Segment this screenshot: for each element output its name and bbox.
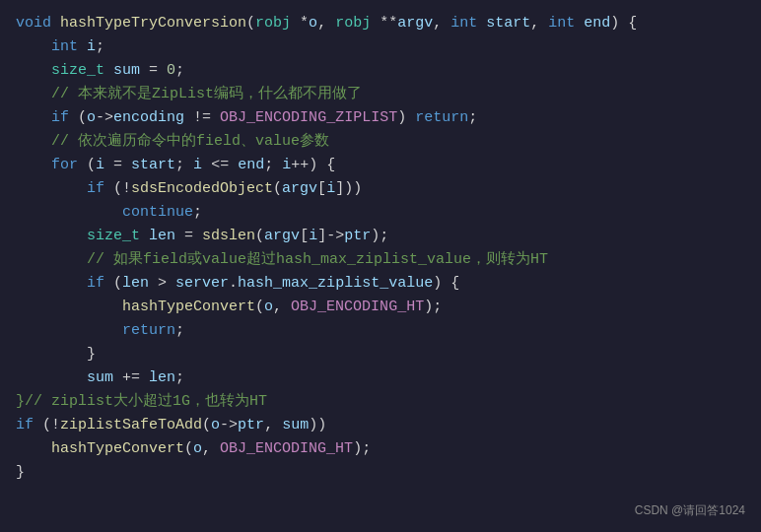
code-line: }// ziplist大小超过1G，也转为HT xyxy=(16,390,745,414)
code-line: hashTypeConvert(o, OBJ_ENCODING_HT); xyxy=(16,437,745,461)
watermark: CSDN @请回答1024 xyxy=(635,501,745,520)
code-line: } xyxy=(16,343,745,366)
code-line: // 依次遍历命令中的field、value参数 xyxy=(16,130,745,154)
code-line: continue; xyxy=(16,201,745,225)
code-line: // 如果field或value超过hash_max_ziplist_value… xyxy=(16,248,745,272)
code-line: // 本来就不是ZipList编码，什么都不用做了 xyxy=(16,83,745,106)
code-line: } xyxy=(16,461,745,485)
code-line: if (!ziplistSafeToAdd(o->ptr, sum)) xyxy=(16,414,745,437)
code-line: return; xyxy=(16,319,745,343)
code-line: if (len > server.hash_max_ziplist_value)… xyxy=(16,272,745,296)
code-line: int i; xyxy=(16,35,745,59)
code-line: size_t len = sdslen(argv[i]->ptr); xyxy=(16,225,745,248)
code-line: sum += len; xyxy=(16,366,745,390)
code-line: hashTypeConvert(o, OBJ_ENCODING_HT); xyxy=(16,296,745,319)
code-line: size_t sum = 0; xyxy=(16,59,745,83)
code-line: for (i = start; i <= end; i++) { xyxy=(16,154,745,177)
code-line: if (o->encoding != OBJ_ENCODING_ZIPLIST)… xyxy=(16,106,745,130)
code-lines: void hashTypeTryConversion(robj *o, robj… xyxy=(16,12,745,485)
code-block: void hashTypeTryConversion(robj *o, robj… xyxy=(0,0,761,532)
code-line: void hashTypeTryConversion(robj *o, robj… xyxy=(16,12,745,35)
code-line: if (!sdsEncodedObject(argv[i])) xyxy=(16,177,745,201)
